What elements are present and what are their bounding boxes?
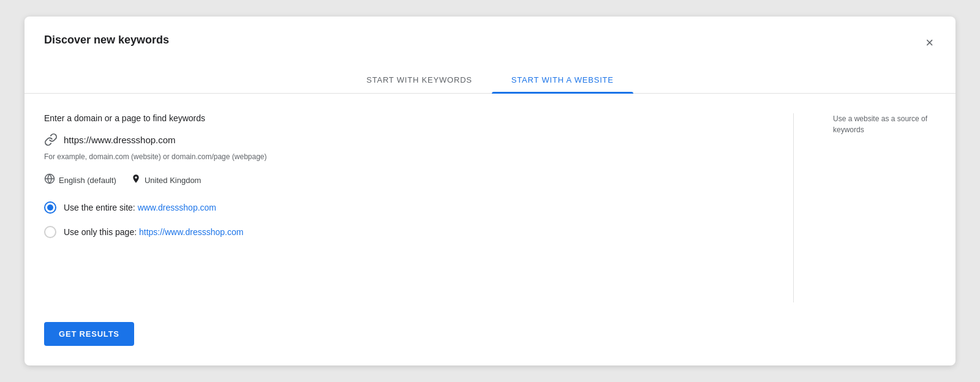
url-value: https://www.dressshop.com bbox=[64, 135, 176, 145]
radio-inner-dot bbox=[47, 204, 53, 211]
dialog-body: Enter a domain or a page to find keyword… bbox=[24, 94, 956, 322]
help-section: Use a website as a source of keywords bbox=[813, 113, 936, 302]
radio-entire-site-button[interactable] bbox=[44, 201, 56, 214]
discover-keywords-dialog: Discover new keywords × START WITH KEYWO… bbox=[24, 17, 956, 365]
domain-label: Enter a domain or a page to find keyword… bbox=[44, 113, 754, 123]
dialog-footer: GET RESULTS bbox=[24, 322, 956, 365]
radio-this-page[interactable]: Use only this page: https://www.dresssho… bbox=[44, 226, 754, 238]
globe-icon bbox=[44, 173, 55, 187]
this-page-link[interactable]: https://www.dressshop.com bbox=[139, 227, 243, 237]
main-content: Enter a domain or a page to find keyword… bbox=[44, 113, 774, 302]
radio-this-page-button[interactable] bbox=[44, 226, 56, 238]
get-results-button[interactable]: GET RESULTS bbox=[44, 322, 134, 346]
url-input-row: https://www.dressshop.com bbox=[44, 133, 754, 146]
filters-row: English (default) United Kingdom bbox=[44, 173, 754, 187]
location-label: United Kingdom bbox=[145, 176, 202, 185]
link-icon bbox=[44, 133, 58, 146]
radio-entire-site-label: Use the entire site: www.dressshop.com bbox=[64, 203, 216, 212]
language-filter[interactable]: English (default) bbox=[44, 173, 116, 187]
tab-keywords[interactable]: START WITH KEYWORDS bbox=[347, 67, 492, 93]
example-text: For example, domain.com (website) or dom… bbox=[44, 152, 754, 161]
tabs-container: START WITH KEYWORDS START WITH A WEBSITE bbox=[24, 67, 956, 94]
tab-website[interactable]: START WITH A WEBSITE bbox=[492, 67, 633, 93]
radio-entire-site[interactable]: Use the entire site: www.dressshop.com bbox=[44, 201, 754, 214]
dialog-header: Discover new keywords × bbox=[24, 17, 956, 52]
location-filter[interactable]: United Kingdom bbox=[131, 173, 202, 187]
close-button[interactable]: × bbox=[923, 34, 936, 52]
vertical-divider bbox=[793, 113, 794, 302]
entire-site-link[interactable]: www.dressshop.com bbox=[138, 203, 216, 212]
help-text: Use a website as a source of keywords bbox=[833, 113, 936, 135]
radio-this-page-label: Use only this page: https://www.dresssho… bbox=[64, 227, 243, 237]
language-label: English (default) bbox=[59, 176, 116, 185]
dialog-title: Discover new keywords bbox=[44, 34, 169, 47]
radio-group: Use the entire site: www.dressshop.com U… bbox=[44, 201, 754, 238]
location-icon bbox=[131, 173, 141, 187]
